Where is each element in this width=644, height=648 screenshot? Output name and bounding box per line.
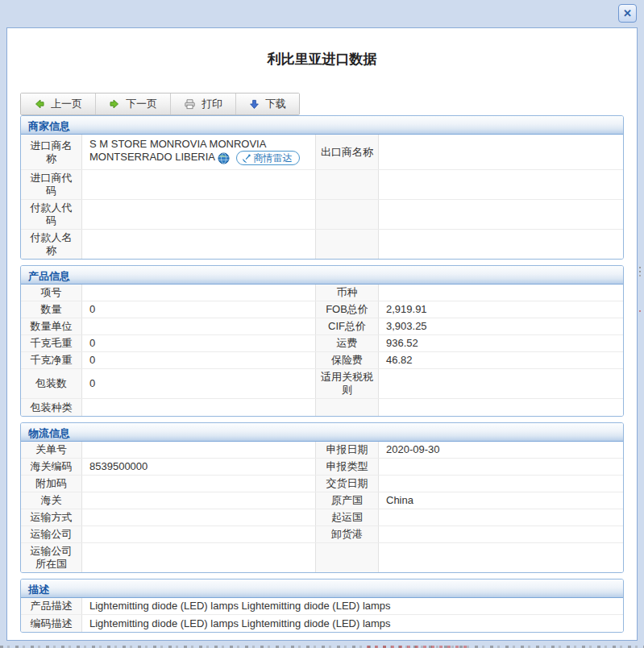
field-label	[316, 399, 379, 416]
right-arrow-icon	[109, 98, 120, 110]
field-label: 运输公司	[21, 526, 82, 542]
table-row: 包装种类	[21, 399, 623, 416]
field-label: 关单号	[21, 442, 82, 458]
page-title: 利比里亚进口数据	[7, 50, 637, 69]
field-value	[379, 476, 623, 492]
field-value: 3,903.25	[379, 318, 623, 334]
field-value	[379, 135, 623, 169]
field-label: CIF总价	[316, 318, 379, 334]
import-record-dialog: 利比里亚进口数据 上一页 下一页 打印 下载	[6, 27, 638, 641]
field-label: 数量单位	[21, 318, 82, 334]
table-row: 产品描述 Lightemitting diode (LED) lamps Lig…	[21, 598, 623, 615]
field-label: 附加码	[21, 476, 82, 492]
field-label: 千克净重	[21, 352, 82, 368]
field-value	[379, 399, 623, 416]
field-label: FOB总价	[316, 301, 379, 318]
table-row: 进口商名称 S M STORE MONROVIA MONROVIA MONTSE…	[21, 135, 623, 170]
field-value	[82, 526, 316, 542]
field-label: 编码描述	[21, 615, 82, 632]
field-label: 适用关税税则	[316, 369, 379, 398]
field-value	[82, 200, 316, 229]
table-row: 包装数 0 适用关税税则	[21, 369, 623, 399]
business-radar-button[interactable]: 商情雷达	[236, 151, 300, 165]
field-value	[82, 318, 316, 334]
table-row: 千克净重 0 保险费 46.82	[21, 352, 623, 369]
field-label: 付款人名称	[21, 230, 82, 259]
product-section-title: 产品信息	[21, 266, 623, 285]
field-label: 千克毛重	[21, 335, 82, 351]
field-value: Lightemitting diode (LED) lamps Lightemi…	[82, 615, 623, 632]
field-label: 运费	[316, 335, 379, 351]
print-button[interactable]: 打印	[170, 93, 235, 114]
field-value: China	[379, 492, 623, 509]
field-label: 包装数	[21, 369, 82, 398]
table-row: 付款人名称	[21, 230, 623, 259]
description-section: 描述 产品描述 Lightemitting diode (LED) lamps …	[20, 579, 624, 633]
field-label: 运输公司所在国	[21, 543, 82, 572]
next-page-label: 下一页	[126, 97, 157, 111]
field-value: 0	[82, 369, 316, 398]
table-row: 附加码 交货日期	[21, 476, 623, 492]
logistics-section-title: 物流信息	[21, 423, 623, 442]
table-row: 进口商代码	[21, 170, 623, 200]
merchant-info-section: 商家信息 进口商名称 S M STORE MONROVIA MONROVIA M…	[20, 115, 624, 260]
field-value: 936.52	[379, 335, 623, 351]
field-label: 产品描述	[21, 598, 82, 614]
next-page-button[interactable]: 下一页	[95, 93, 170, 114]
toolbar: 上一页 下一页 打印 下载	[20, 93, 637, 115]
table-row: 千克毛重 0 运费 936.52	[21, 335, 623, 352]
field-value	[82, 170, 316, 199]
prev-page-label: 上一页	[51, 97, 82, 111]
field-label: 付款人代码	[21, 200, 82, 229]
importer-name-value: S M STORE MONROVIA MONROVIA MONTSERRADO …	[82, 135, 316, 169]
description-section-title: 描述	[21, 579, 623, 598]
field-value	[82, 543, 316, 572]
table-row: 运输公司所在国	[21, 543, 623, 572]
merchant-section-title: 商家信息	[21, 116, 623, 135]
table-row: 运输方式 起运国	[21, 509, 623, 526]
field-value: 8539500000	[82, 459, 316, 475]
field-value	[379, 200, 623, 229]
field-value	[82, 399, 316, 416]
download-button[interactable]: 下载	[235, 93, 299, 114]
table-row: 数量 0 FOB总价 2,919.91	[21, 301, 623, 318]
field-value	[82, 442, 316, 458]
field-value	[379, 543, 623, 572]
close-button[interactable]: ✕	[618, 4, 637, 23]
field-label: 保险费	[316, 352, 379, 368]
field-value: 2020-09-30	[379, 442, 623, 458]
table-row: 海关编码 8539500000 申报类型	[21, 459, 623, 476]
field-value	[82, 492, 316, 509]
globe-icon[interactable]	[218, 152, 230, 164]
field-value: 0	[82, 352, 316, 368]
field-label: 交货日期	[316, 476, 379, 492]
field-value	[379, 459, 623, 475]
field-label: 原产国	[316, 492, 379, 509]
table-row: 运输公司 卸货港	[21, 526, 623, 543]
background-page-text-sliver	[639, 267, 641, 268]
field-value	[82, 230, 316, 259]
field-value	[379, 369, 623, 398]
field-label: 运输方式	[21, 509, 82, 525]
field-label: 进口商名称	[21, 135, 82, 169]
field-value: 0	[82, 335, 316, 351]
radar-icon	[241, 153, 251, 164]
printer-icon	[184, 98, 196, 110]
field-label: 申报日期	[316, 442, 379, 458]
prev-page-button[interactable]: 上一页	[21, 93, 95, 114]
field-value: 46.82	[379, 352, 623, 368]
field-label	[316, 170, 379, 199]
radar-label: 商情雷达	[254, 152, 293, 164]
table-row: 海关 原产国 China	[21, 492, 623, 509]
download-label: 下载	[265, 97, 286, 111]
field-value	[379, 230, 623, 259]
field-value: Lightemitting diode (LED) lamps Lightemi…	[82, 598, 623, 614]
toolbar-button-group: 上一页 下一页 打印 下载	[20, 93, 300, 115]
field-label	[316, 230, 379, 259]
product-info-section: 产品信息 项号 币种 数量 0 FOB总价 2,919.91 数量单位 CIF总…	[20, 265, 624, 417]
field-label: 包装种类	[21, 399, 82, 416]
field-value	[379, 285, 623, 301]
close-icon: ✕	[623, 7, 632, 19]
field-label	[316, 200, 379, 229]
field-label: 数量	[21, 301, 82, 318]
